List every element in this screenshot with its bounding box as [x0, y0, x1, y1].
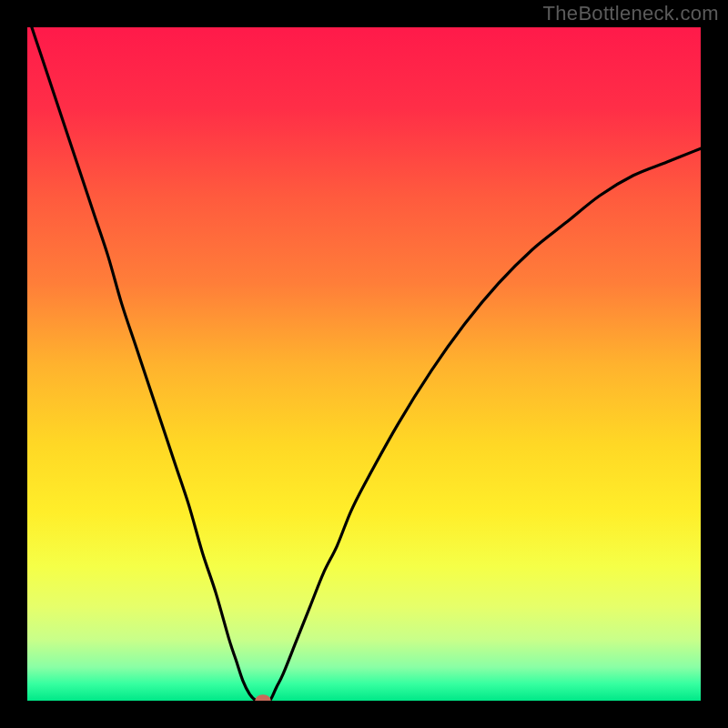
plot-background [27, 27, 701, 701]
optimal-point-marker [255, 694, 271, 706]
chart-stage: TheBottleneck.com [0, 0, 728, 728]
bottleneck-chart [0, 0, 728, 728]
